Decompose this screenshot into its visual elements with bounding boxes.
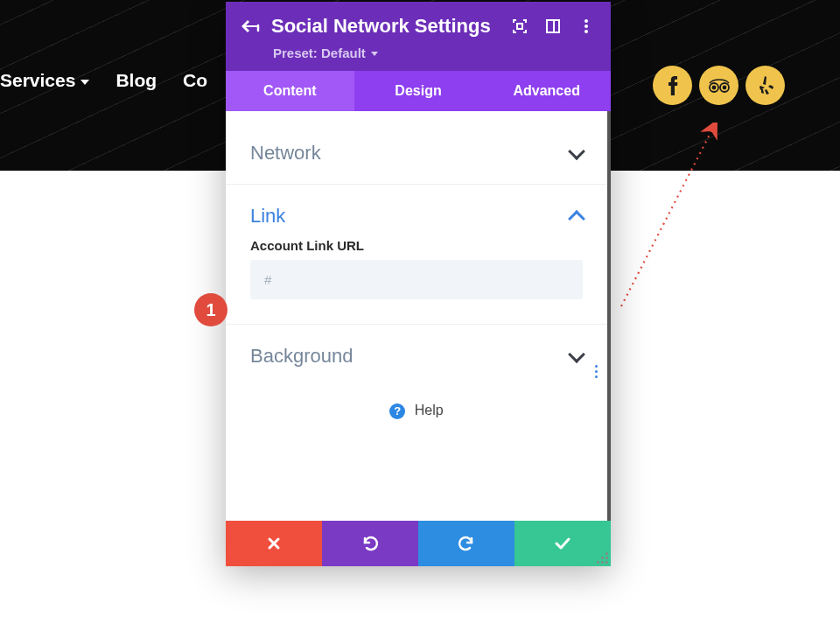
chevron-up-icon — [568, 210, 585, 228]
preset-label: Preset: Default — [273, 46, 366, 60]
tab-content[interactable]: Content — [226, 71, 354, 111]
svg-point-10 — [584, 30, 588, 33]
nav-label: Co — [183, 70, 207, 91]
section-background[interactable]: Background — [226, 325, 607, 387]
section-title: Network — [250, 142, 321, 165]
nav-label: Services — [0, 70, 75, 91]
chevron-down-icon — [568, 143, 585, 160]
section-title: Background — [250, 345, 353, 368]
undo-button[interactable] — [322, 521, 418, 566]
layout-icon[interactable] — [541, 14, 565, 39]
svg-point-2 — [712, 86, 715, 88]
facebook-icon[interactable] — [653, 66, 692, 105]
help-icon: ? — [389, 403, 405, 419]
section-network[interactable]: Network — [226, 122, 607, 184]
redo-button[interactable] — [418, 521, 514, 566]
tab-bar: Content Design Advanced — [226, 71, 611, 111]
help-label: Help — [415, 403, 444, 417]
annotation-badge-1: 1 — [194, 293, 228, 326]
field-label: Account Link URL — [250, 238, 583, 253]
preset-selector[interactable]: Preset: Default — [238, 39, 598, 71]
svg-rect-5 — [517, 24, 522, 29]
settings-modal: Social Network Settings Preset: Default … — [226, 2, 611, 566]
tab-advanced[interactable]: Advanced — [482, 71, 611, 111]
yelp-icon[interactable] — [746, 66, 785, 105]
main-nav: Services Blog Co — [0, 70, 207, 91]
section-title: Link — [250, 205, 285, 228]
more-icon[interactable] — [574, 14, 598, 39]
nav-item-services[interactable]: Services — [0, 70, 89, 91]
resize-handle-icon[interactable] — [597, 552, 609, 564]
nav-item-partial[interactable]: Co — [183, 70, 207, 91]
modal-footer — [226, 521, 611, 566]
nav-label: Blog — [116, 70, 157, 91]
modal-body: Network Link Account Link URL Background… — [226, 111, 611, 521]
social-icons-group — [653, 66, 785, 105]
svg-point-3 — [723, 86, 725, 88]
nav-item-blog[interactable]: Blog — [116, 70, 157, 91]
drag-handle-icon[interactable] — [595, 365, 598, 378]
section-link[interactable]: Link — [226, 185, 607, 238]
modal-title: Social Network Settings — [271, 15, 499, 38]
help-link[interactable]: ? Help — [226, 387, 607, 445]
svg-point-8 — [584, 19, 588, 23]
chevron-down-icon — [568, 346, 585, 363]
chevron-down-icon — [80, 80, 89, 85]
caret-down-icon — [371, 52, 378, 56]
svg-point-9 — [584, 25, 588, 28]
tab-design[interactable]: Design — [354, 71, 483, 111]
field-account-link-url: Account Link URL — [226, 238, 607, 324]
expand-icon[interactable] — [508, 14, 532, 39]
cancel-button[interactable] — [226, 521, 322, 566]
account-link-url-input[interactable] — [250, 260, 583, 299]
modal-header: Social Network Settings Preset: Default — [226, 2, 611, 71]
back-button[interactable] — [238, 14, 262, 39]
tripadvisor-icon[interactable] — [699, 66, 738, 105]
